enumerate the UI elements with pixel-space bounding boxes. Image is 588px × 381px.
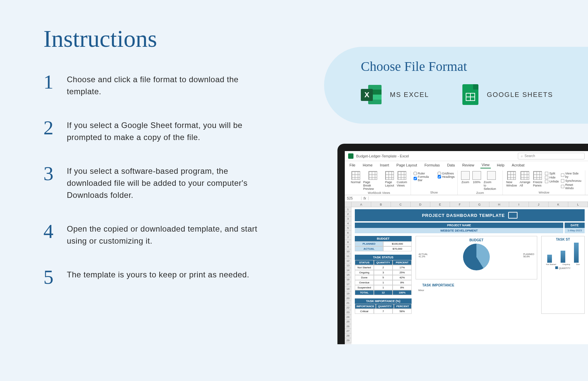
window-icon bbox=[533, 171, 542, 180]
row-number[interactable]: 14 bbox=[345, 268, 351, 273]
laptop-frame: Budget-Ledger-Template - Excel ⌕ Search … bbox=[337, 144, 588, 344]
window-side[interactable]: Synchronou bbox=[561, 179, 582, 182]
row-number[interactable]: 15 bbox=[345, 273, 351, 277]
check-headings[interactable]: Headings bbox=[438, 175, 455, 178]
row-number[interactable]: 19 bbox=[345, 291, 351, 296]
check-formula-bar[interactable]: Formula Bar bbox=[414, 175, 434, 182]
menu-insert[interactable]: Insert bbox=[379, 162, 391, 168]
menu-home[interactable]: Home bbox=[361, 162, 374, 168]
table-row: ACTUAL$70,000 bbox=[355, 246, 412, 251]
menu-review[interactable]: Review bbox=[461, 162, 475, 168]
menu-data[interactable]: Data bbox=[446, 162, 456, 168]
grid-icon bbox=[351, 171, 360, 180]
instruction-number: 1 bbox=[43, 72, 67, 92]
row-number[interactable]: 4 bbox=[345, 221, 351, 226]
row-number[interactable]: 8 bbox=[345, 240, 351, 245]
menu-page-layout[interactable]: Page Layout bbox=[395, 162, 419, 168]
row-number[interactable]: 6 bbox=[345, 231, 351, 235]
row-number[interactable]: 17 bbox=[345, 282, 351, 287]
window-side[interactable]: View Side by bbox=[561, 172, 582, 178]
col-header[interactable]: D bbox=[411, 202, 430, 207]
window-icon bbox=[507, 171, 516, 180]
row-number[interactable]: 5 bbox=[345, 226, 351, 231]
pie-label-planned: PLANNED 58.8% bbox=[523, 253, 534, 258]
col-header[interactable]: E bbox=[430, 202, 450, 207]
check-gridlines[interactable]: Gridlines bbox=[438, 172, 455, 175]
row-number[interactable]: 11 bbox=[345, 254, 351, 259]
instruction-item: 2 If you select a Google Sheet format, y… bbox=[43, 119, 271, 143]
format-option-excel[interactable]: X MS EXCEL bbox=[361, 84, 429, 105]
ribbon-buttons-zoom: Zoom100%Zoomto Selection bbox=[460, 170, 500, 191]
col-header[interactable]: F bbox=[450, 202, 470, 207]
window-extra-split[interactable]: Split bbox=[545, 172, 559, 175]
row-number[interactable]: 29 bbox=[345, 338, 351, 343]
ribbon-btn-page-layout[interactable]: PageLayout bbox=[384, 170, 395, 191]
task-importance-rows: IMPORTANCEQUANTITYPERCENTCritical758% bbox=[355, 304, 412, 314]
ribbon-btn-zoom[interactable]: Zoom bbox=[460, 170, 470, 191]
row-number[interactable]: 28 bbox=[345, 334, 351, 338]
ribbon-btn-page-break-preview[interactable]: PageBreak Preview bbox=[362, 170, 383, 191]
row-number[interactable]: 23 bbox=[345, 310, 351, 315]
cell-reference[interactable]: S25 bbox=[345, 197, 361, 200]
ribbon-btn-100-[interactable]: 100% bbox=[472, 170, 482, 191]
ribbon-btn-zoom-to-selection[interactable]: Zoomto Selection bbox=[483, 170, 500, 191]
ribbon-btn-normal[interactable]: Normal bbox=[350, 170, 361, 191]
window-extra-unhide[interactable]: Unhide bbox=[545, 180, 559, 183]
excel-menubar: FileHomeInsertPage LayoutFormulasDataRev… bbox=[345, 161, 588, 169]
formula-bar: S25 fx bbox=[345, 195, 588, 202]
window-extra-hide[interactable]: Hide bbox=[545, 176, 559, 179]
instruction-number: 4 bbox=[43, 221, 67, 241]
ribbon-btn-arrange-all[interactable]: ArrangeAll bbox=[519, 170, 531, 190]
ribbon-btn-new-window[interactable]: NewWindow bbox=[505, 170, 518, 190]
col-header[interactable]: J bbox=[529, 202, 549, 207]
col-header[interactable]: K bbox=[549, 202, 568, 207]
row-number[interactable]: 20 bbox=[345, 296, 351, 301]
excel-app-icon bbox=[348, 153, 353, 159]
project-name-value: WEBSITE DEVELOPMENT bbox=[355, 228, 563, 233]
menu-acrobat[interactable]: Acrobat bbox=[510, 162, 526, 168]
row-number[interactable]: 10 bbox=[345, 249, 351, 254]
row-number[interactable]: 1 bbox=[345, 207, 351, 212]
menu-view[interactable]: View bbox=[480, 162, 491, 168]
format-option-sheets[interactable]: GOOGLE SHEETS bbox=[462, 84, 553, 105]
row-number[interactable]: 13 bbox=[345, 263, 351, 268]
row-number[interactable]: 18 bbox=[345, 287, 351, 291]
menu-formulas[interactable]: Formulas bbox=[423, 162, 441, 168]
row-number[interactable]: 21 bbox=[345, 301, 351, 305]
col-header[interactable]: C bbox=[391, 202, 411, 207]
col-header[interactable]: B bbox=[371, 202, 391, 207]
menu-help[interactable]: Help bbox=[495, 162, 506, 168]
bar-labels: Not Started Ongoing Don bbox=[543, 263, 583, 265]
row-number[interactable]: 22 bbox=[345, 305, 351, 310]
col-header[interactable]: H bbox=[489, 202, 509, 207]
col-header[interactable]: A bbox=[351, 202, 371, 207]
bar-ongoing bbox=[561, 251, 565, 263]
table-row: PLANNED$100,000 bbox=[355, 241, 412, 246]
row-number[interactable]: 7 bbox=[345, 235, 351, 240]
col-header[interactable]: I bbox=[509, 202, 529, 207]
search-box[interactable]: ⌕ Search bbox=[518, 153, 585, 159]
row-number[interactable]: 3 bbox=[345, 217, 351, 221]
row-number[interactable]: 9 bbox=[345, 245, 351, 249]
menu-file[interactable]: File bbox=[348, 162, 357, 168]
ribbon-buttons-window: NewWindowArrangeAllFreezePanes bbox=[505, 170, 543, 190]
col-header[interactable]: G bbox=[470, 202, 489, 207]
window-side[interactable]: Reset Windo bbox=[561, 183, 582, 190]
row-number[interactable]: 27 bbox=[345, 329, 351, 334]
ribbon-btn-custom-views[interactable]: CustomViews bbox=[396, 170, 408, 191]
row-number[interactable]: 12 bbox=[345, 259, 351, 263]
bars bbox=[543, 243, 583, 263]
row-number[interactable]: 25 bbox=[345, 320, 351, 324]
instruction-text: The template is yours to keep or print a… bbox=[67, 269, 249, 281]
ribbon-btn-freeze-panes[interactable]: FreezePanes bbox=[532, 170, 543, 190]
row-number[interactable]: 2 bbox=[345, 212, 351, 217]
col-header[interactable]: L bbox=[568, 202, 588, 207]
row-number[interactable]: 24 bbox=[345, 315, 351, 320]
budget-rows: PLANNED$100,000ACTUAL$70,000 bbox=[355, 241, 412, 251]
check-ruler[interactable]: Ruler bbox=[414, 172, 434, 175]
row-number[interactable]: 16 bbox=[345, 277, 351, 282]
task-status-chart-title: TASK ST bbox=[543, 238, 583, 241]
row-number[interactable]: 26 bbox=[345, 324, 351, 329]
instructions-list: 1 Choose and click a file format to down… bbox=[43, 74, 271, 309]
bar-legend: QUANTITY bbox=[559, 267, 570, 269]
